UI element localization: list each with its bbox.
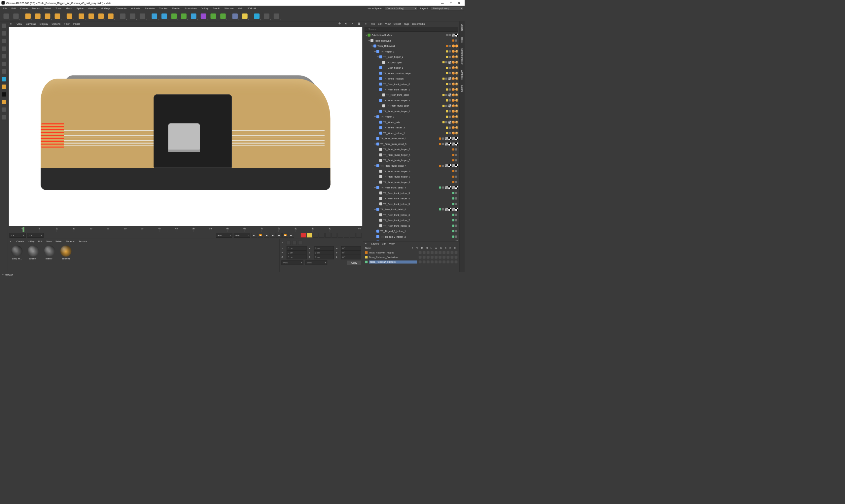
visibility-dot[interactable] xyxy=(446,50,448,53)
layer-row[interactable]: Tesla_Robovan_Helpers xyxy=(363,260,459,264)
hamburger-icon[interactable]: ≡ xyxy=(365,242,367,245)
visibility-dot[interactable] xyxy=(455,230,457,232)
tree-node[interactable]: TR_Wheel_rotation_helper xyxy=(363,70,459,76)
mat-menu-select[interactable]: Select xyxy=(53,239,64,243)
tree-node[interactable]: TR_Front_trunk_detail_2 xyxy=(363,136,459,141)
play-button[interactable]: ▶ xyxy=(270,233,276,238)
visibility-dot[interactable] xyxy=(455,176,457,178)
tag-icon[interactable] xyxy=(452,115,455,118)
side-tab-content-browser[interactable]: Content Browser xyxy=(461,47,463,66)
object-name[interactable]: TR_Front_trunk_helper_1 xyxy=(383,99,445,102)
add-deformer-button[interactable] xyxy=(199,12,208,20)
tree-node[interactable]: TR_Front_trunk_helper_4 xyxy=(363,152,459,158)
layer-row[interactable]: Tesla_Robovan_Rigged xyxy=(363,250,459,255)
layer-name[interactable]: Tesla_Robovan_Controllers xyxy=(369,256,417,258)
tree-node[interactable]: TR_Rear_trunk_open xyxy=(363,92,459,98)
visibility-dot[interactable] xyxy=(442,121,445,123)
vp-zoom-icon[interactable]: ⟲ xyxy=(345,22,348,25)
visibility-dot[interactable] xyxy=(452,148,455,150)
add-generator2-button[interactable] xyxy=(179,12,188,20)
layer-toggle[interactable] xyxy=(442,251,445,254)
tag-icon[interactable] xyxy=(452,34,455,37)
object-name[interactable]: TR_Front_trunk_open xyxy=(386,105,441,107)
visibility-dot[interactable] xyxy=(455,170,457,172)
tag-icon[interactable] xyxy=(448,93,452,96)
visibility-dot[interactable] xyxy=(446,110,448,112)
tag-icon[interactable] xyxy=(455,61,458,64)
tag-icon[interactable] xyxy=(445,186,448,189)
tag-icon[interactable] xyxy=(452,104,455,107)
menu-simulate[interactable]: Simulate xyxy=(143,6,157,10)
render-pict-button[interactable] xyxy=(128,12,137,20)
side-tab-takes[interactable]: Takes xyxy=(461,36,463,43)
visibility-dot[interactable] xyxy=(445,121,447,123)
mat-menu-view[interactable]: View xyxy=(44,239,53,243)
menu-render[interactable]: Render xyxy=(170,6,182,10)
visibility-dot[interactable] xyxy=(452,214,455,216)
size-field[interactable] xyxy=(314,255,334,259)
add-scene-button[interactable] xyxy=(218,12,227,20)
object-name[interactable]: TR_Door_helper_2 xyxy=(383,55,445,58)
layer-toggle[interactable] xyxy=(442,260,445,264)
tag-icon[interactable] xyxy=(455,72,458,75)
tag-icon[interactable] xyxy=(452,72,455,75)
object-name[interactable]: TR_Wheel_helper_2 xyxy=(383,126,445,129)
rotate-button[interactable] xyxy=(53,12,62,20)
obj-menu-edit[interactable]: Edit xyxy=(376,22,384,26)
layer-toggle[interactable] xyxy=(455,256,458,259)
visibility-dot[interactable] xyxy=(446,34,448,36)
visibility-dot[interactable] xyxy=(446,56,448,58)
visibility-dot[interactable] xyxy=(449,110,451,112)
menu-window[interactable]: Window xyxy=(223,6,235,10)
layer-toggle[interactable] xyxy=(446,256,450,259)
material-item[interactable]: Body_M… xyxy=(10,246,24,270)
visibility-dot[interactable] xyxy=(455,203,457,205)
tree-node[interactable]: TR_Front_trunk_helper_2 xyxy=(363,109,459,114)
tag-icon[interactable] xyxy=(455,186,458,189)
tag-icon[interactable] xyxy=(445,137,448,140)
layer-toggle[interactable] xyxy=(435,260,438,264)
tree-node[interactable]: ▾Tesla_Robovan1 xyxy=(363,43,459,49)
visibility-dot[interactable] xyxy=(446,83,448,85)
object-search[interactable]: ⌕ xyxy=(365,27,458,31)
tag-icon[interactable] xyxy=(448,186,452,189)
undo-button[interactable] xyxy=(2,12,11,20)
layer-row[interactable]: Tesla_Robovan_Controllers xyxy=(363,255,459,259)
layer-color-swatch[interactable] xyxy=(365,256,368,259)
disclosure-icon[interactable]: ▾ xyxy=(374,50,376,53)
tag-icon[interactable] xyxy=(448,143,452,146)
apply-button[interactable]: Apply xyxy=(347,260,361,265)
visibility-dot[interactable] xyxy=(452,154,455,156)
vp-menu-view[interactable]: View xyxy=(15,22,24,25)
add-light-button[interactable] xyxy=(241,12,249,20)
menu-volume[interactable]: Volume xyxy=(86,6,98,10)
visibility-dot[interactable] xyxy=(446,126,448,129)
size-field[interactable] xyxy=(314,251,334,255)
layer-toggle[interactable] xyxy=(451,251,454,254)
add-generator-button[interactable] xyxy=(170,12,178,20)
object-name[interactable]: Tesla_Robovan xyxy=(374,39,451,42)
layer-color-swatch[interactable] xyxy=(365,251,368,254)
tree-node[interactable]: TR_Front_trunk_helper_7 xyxy=(363,174,459,180)
tag-icon[interactable] xyxy=(452,132,455,135)
tag-icon[interactable] xyxy=(452,50,455,53)
tree-node[interactable]: TR_Front_trunk_helper_1 xyxy=(363,98,459,103)
tree-node[interactable]: ▾TR_Door_helper_2 xyxy=(363,54,459,60)
object-name[interactable]: TR_Wheel_helper_1 xyxy=(383,132,445,134)
coord-seg-1[interactable] xyxy=(287,240,291,245)
object-name[interactable]: TR_Wheel_twist xyxy=(383,121,441,123)
tag-icon[interactable] xyxy=(452,66,455,69)
live-select-button[interactable] xyxy=(24,12,32,20)
side-tab-layers[interactable]: Layers xyxy=(461,84,463,93)
tree-node[interactable]: TR_Door_open xyxy=(363,59,459,65)
layer-toggle[interactable] xyxy=(446,260,450,264)
hamburger-icon[interactable]: ≡ xyxy=(2,273,4,276)
vp-menu-options[interactable]: Options xyxy=(50,22,63,25)
tree-node[interactable]: TR_Front_trunk_helper_8 xyxy=(363,179,459,185)
visibility-dot[interactable] xyxy=(442,186,444,189)
side-tab-attributes[interactable]: Attributes xyxy=(461,69,463,80)
layer-toggle[interactable] xyxy=(455,260,458,264)
prev-frame-button[interactable]: ◀ xyxy=(264,233,269,238)
tag-icon[interactable] xyxy=(455,208,458,211)
disclosure-icon[interactable]: ▾ xyxy=(365,34,368,36)
